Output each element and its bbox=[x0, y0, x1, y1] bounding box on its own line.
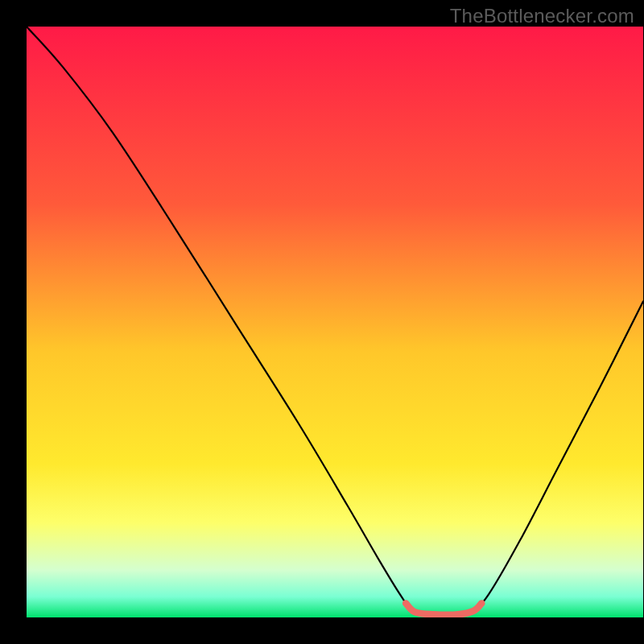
plot-area bbox=[27, 27, 643, 617]
gradient-background bbox=[27, 27, 643, 617]
chart-frame: TheBottlenecker.com bbox=[0, 0, 644, 644]
chart-svg bbox=[27, 27, 643, 617]
watermark-text: TheBottlenecker.com bbox=[450, 5, 634, 27]
